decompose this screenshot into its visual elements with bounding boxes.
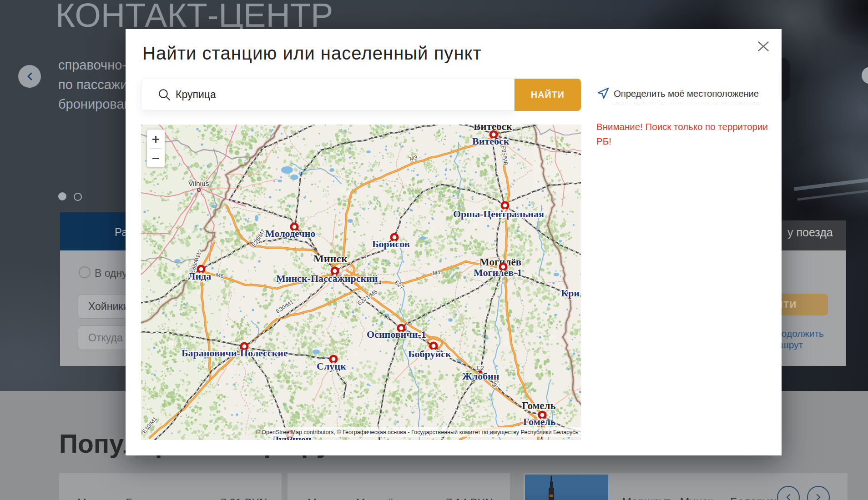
svg-text:Бобруйск: Бобруйск [408, 348, 451, 360]
svg-text:Минск-Пассажирский: Минск-Пассажирский [276, 273, 378, 284]
svg-text:Молодечно: Молодечно [265, 228, 315, 239]
svg-text:Могилёв-1: Могилёв-1 [474, 267, 522, 278]
svg-text:Vilnius: Vilnius [188, 180, 209, 187]
svg-text:Орша-Центральная: Орша-Центральная [453, 208, 544, 220]
svg-text:Гомель: Гомель [522, 400, 556, 411]
svg-text:Минск: Минск [313, 253, 348, 265]
svg-text:© OpenStreetMap contributors,: © OpenStreetMap contributors, © Географи… [256, 429, 578, 435]
svg-text:М4: М4 [432, 269, 441, 277]
svg-text:Кри: Кри [561, 287, 580, 299]
svg-text:Барановичи-Полесские: Барановичи-Полесские [182, 347, 288, 359]
svg-text:Осиповичи-1: Осиповичи-1 [367, 329, 426, 340]
